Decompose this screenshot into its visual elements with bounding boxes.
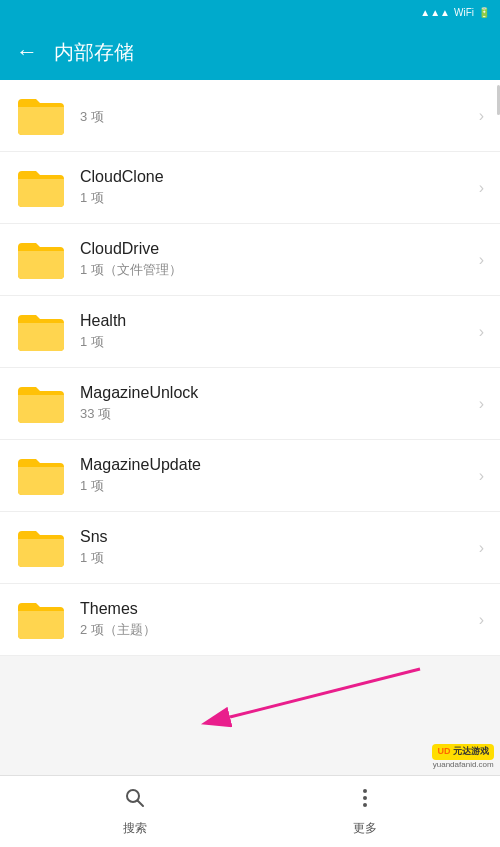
- folder-info-0: 3 项: [80, 105, 471, 126]
- folder-info-6: Sns 1 项: [80, 528, 471, 567]
- chevron-icon-4: ›: [479, 395, 484, 413]
- folder-info-1: CloudClone 1 项: [80, 168, 471, 207]
- folder-count-3: 1 项: [80, 333, 471, 351]
- chevron-icon-6: ›: [479, 539, 484, 557]
- main-content: 3 项 › CloudClone 1 项 ›: [0, 80, 500, 775]
- folder-icon-4: [16, 383, 66, 425]
- chevron-icon-0: ›: [479, 107, 484, 125]
- svg-point-6: [363, 803, 367, 807]
- folder-icon-7: [16, 599, 66, 641]
- svg-point-5: [363, 796, 367, 800]
- nav-label-more: 更多: [353, 820, 377, 837]
- folder-info-5: MagazineUpdate 1 项: [80, 456, 471, 495]
- folder-list: 3 项 › CloudClone 1 项 ›: [0, 80, 500, 656]
- folder-icon-3: [16, 311, 66, 353]
- folder-icon-6: [16, 527, 66, 569]
- folder-count-4: 33 项: [80, 405, 471, 423]
- header: ← 内部存储: [0, 24, 500, 80]
- chevron-icon-5: ›: [479, 467, 484, 485]
- watermark: UD 元达游戏 yuandafanid.com: [432, 744, 494, 769]
- nav-label-search: 搜索: [123, 820, 147, 837]
- more-icon: [353, 786, 377, 816]
- watermark-logo: UD 元达游戏: [432, 744, 494, 760]
- bottom-nav: 搜索 更多: [0, 775, 500, 847]
- folder-name-1: CloudClone: [80, 168, 471, 186]
- folder-info-3: Health 1 项: [80, 312, 471, 351]
- svg-line-3: [138, 801, 144, 807]
- folder-name-3: Health: [80, 312, 471, 330]
- chevron-icon-7: ›: [479, 611, 484, 629]
- status-bar: ▲▲▲ WiFi 🔋: [0, 0, 500, 24]
- search-icon: [123, 786, 147, 816]
- folder-count-0: 3 项: [80, 108, 471, 126]
- folder-item-5[interactable]: MagazineUpdate 1 项 ›: [0, 440, 500, 512]
- signal-icon: ▲▲▲: [420, 7, 450, 18]
- battery-icon: 🔋: [478, 7, 490, 18]
- folder-icon-1: [16, 167, 66, 209]
- folder-item-0[interactable]: 3 项 ›: [0, 80, 500, 152]
- page-title: 内部存储: [54, 39, 134, 66]
- wifi-icon: WiFi: [454, 7, 474, 18]
- folder-info-4: MagazineUnlock 33 项: [80, 384, 471, 423]
- folder-count-6: 1 项: [80, 549, 471, 567]
- folder-item-4[interactable]: MagazineUnlock 33 项 ›: [0, 368, 500, 440]
- folder-count-1: 1 项: [80, 189, 471, 207]
- folder-name-5: MagazineUpdate: [80, 456, 471, 474]
- folder-item-1[interactable]: CloudClone 1 项 ›: [0, 152, 500, 224]
- folder-icon-2: [16, 239, 66, 281]
- folder-name-6: Sns: [80, 528, 471, 546]
- status-icons: ▲▲▲ WiFi 🔋: [420, 7, 490, 18]
- folder-count-2: 1 项（文件管理）: [80, 261, 471, 279]
- chevron-icon-2: ›: [479, 251, 484, 269]
- chevron-icon-1: ›: [479, 179, 484, 197]
- nav-item-search[interactable]: 搜索: [93, 778, 177, 845]
- folder-count-7: 2 项（主题）: [80, 621, 471, 639]
- folder-item-7[interactable]: Themes 2 项（主题） ›: [0, 584, 500, 656]
- folder-count-5: 1 项: [80, 477, 471, 495]
- folder-icon-5: [16, 455, 66, 497]
- folder-info-7: Themes 2 项（主题）: [80, 600, 471, 639]
- back-button[interactable]: ←: [16, 39, 38, 65]
- svg-point-4: [363, 789, 367, 793]
- watermark-url: yuandafanid.com: [433, 760, 494, 769]
- folder-info-2: CloudDrive 1 项（文件管理）: [80, 240, 471, 279]
- folder-item-2[interactable]: CloudDrive 1 项（文件管理） ›: [0, 224, 500, 296]
- scrollbar: [496, 80, 500, 775]
- chevron-icon-3: ›: [479, 323, 484, 341]
- folder-name-4: MagazineUnlock: [80, 384, 471, 402]
- folder-name-7: Themes: [80, 600, 471, 618]
- folder-item-3[interactable]: Health 1 项 ›: [0, 296, 500, 368]
- nav-item-more[interactable]: 更多: [323, 778, 407, 845]
- folder-icon-0: [16, 95, 66, 137]
- folder-item-6[interactable]: Sns 1 项 ›: [0, 512, 500, 584]
- folder-name-2: CloudDrive: [80, 240, 471, 258]
